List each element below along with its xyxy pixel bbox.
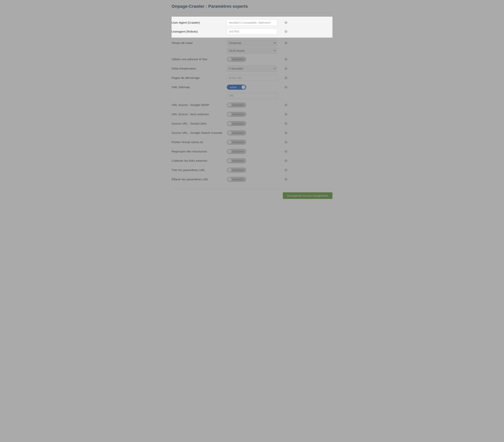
row-src-social: Source URL : Social-Likes Désactivé i <box>172 119 332 128</box>
row-src-gsc: Source URL : Google Search Console Désac… <box>172 128 332 137</box>
row-strip-url-params: Effacer les paramètres URL Désactivé i <box>172 175 332 184</box>
info-icon[interactable]: i <box>285 58 287 61</box>
row-virtual-robots: Fichier Virtual robots.txt Désactivé i <box>172 137 332 147</box>
save-button[interactable]: Sauvegarder tous les changements <box>283 192 332 199</box>
select-crawl-delay[interactable]: 0 Secondes <box>227 66 277 72</box>
toggle-strip-url-params[interactable]: Désactivé <box>227 177 246 182</box>
form-area: User-Agent (Crawler) i Useragent (Robots… <box>172 13 332 199</box>
select-crawl-hour[interactable]: 03:00 heures <box>227 48 277 54</box>
row-sort-url-params: Trier les paramètres URL Désactivé i <box>172 165 332 175</box>
row-src-ext-links: URL Source : liens externes Désactivé i <box>172 110 332 119</box>
label-xml-sitemap: XML-Sitemap <box>172 85 227 89</box>
toggle-src-gsc[interactable]: Désactivé <box>227 130 246 136</box>
info-icon[interactable]: i <box>285 122 287 125</box>
toggle-group-resources[interactable]: Désactivé <box>227 149 246 154</box>
info-icon[interactable]: i <box>285 77 287 79</box>
select-crawl-day[interactable]: Dimanche <box>227 40 277 46</box>
row-start-pages: Pages de démarrage i <box>172 73 332 83</box>
toggle-src-google-serp[interactable]: Désactivé <box>227 102 246 107</box>
label-sort-url-params: Trier les paramètres URL <box>172 168 227 172</box>
label-src-social: Source URL : Social-Likes <box>172 122 227 125</box>
info-icon[interactable]: i <box>285 67 287 70</box>
toggle-virtual-robots[interactable]: Désactivé <box>227 140 246 145</box>
highlight-strip: User-Agent (Crawler) i Useragent (Robots… <box>172 17 332 38</box>
settings-form: Onpage-Crawler : Paramètres experts User… <box>172 0 332 207</box>
label-start-pages: Pages de démarrage <box>172 76 227 80</box>
label-strip-url-params: Effacer les paramètres URL <box>172 178 227 181</box>
label-src-ext-links: URL Source : liens externes <box>172 113 227 116</box>
toggle-sort-url-params[interactable]: Désactivé <box>227 168 246 172</box>
row-user-agent-robots: Useragent (Robots) i <box>172 27 332 36</box>
label-fixed-ip: Utiliser une adresse IP fixe <box>172 57 227 61</box>
label-src-gsc: Source URL : Google Search Console <box>172 131 227 135</box>
info-icon[interactable]: i <box>285 30 287 33</box>
toggle-src-social[interactable]: Désactivé <box>227 121 246 126</box>
row-xml-sitemap: XML-Sitemap Activé i <box>172 83 332 92</box>
info-icon[interactable]: i <box>285 86 287 88</box>
row-user-agent-crawler: User-Agent (Crawler) i <box>172 18 332 27</box>
info-icon[interactable]: i <box>285 132 287 134</box>
info-icon[interactable]: i <box>285 159 287 162</box>
row-crawl-hour: . 03:00 heures <box>172 47 332 55</box>
info-icon[interactable]: i <box>285 104 287 106</box>
label-user-agent-crawler: User-Agent (Crawler) <box>172 21 227 24</box>
input-user-agent-crawler[interactable] <box>227 19 277 26</box>
info-icon[interactable]: i <box>285 178 287 181</box>
label-collect-ext-links: Collecter les links externes <box>172 159 227 163</box>
toggle-src-ext-links[interactable]: Désactivé <box>227 112 246 117</box>
row-xml-sitemap-url: . <box>172 91 332 100</box>
input-user-agent-robots[interactable] <box>227 29 277 35</box>
info-icon[interactable]: i <box>285 21 287 24</box>
row-collect-ext-links: Collecter les links externes Désactivé i <box>172 156 332 165</box>
label-crawl-time: Temps de crawl <box>172 41 227 45</box>
page-title: Onpage-Crawler : Paramètres experts <box>172 4 332 13</box>
row-group-resources: Regrouper des ressources Désactivé i <box>172 147 332 156</box>
info-icon[interactable]: i <box>285 150 287 153</box>
row-fixed-ip: Utiliser une adresse IP fixe Désactivé i <box>172 55 332 64</box>
info-icon[interactable]: i <box>285 141 287 144</box>
actions: Sauvegarder tous les changements <box>172 192 332 199</box>
toggle-collect-ext-links[interactable]: Désactivé <box>227 158 246 163</box>
label-src-google-serp: URL Source : Google-SERP <box>172 103 227 107</box>
label-group-resources: Regrouper des ressources <box>172 150 227 153</box>
input-start-pages[interactable] <box>227 75 277 81</box>
toggle-xml-sitemap[interactable]: Activé <box>227 85 246 90</box>
row-crawl-delay: Délai d'exploration 0 Secondes i <box>172 64 332 73</box>
info-icon[interactable]: i <box>285 42 287 44</box>
row-crawl-time: Temps de crawl Dimanche i <box>172 38 332 48</box>
toggle-fixed-ip[interactable]: Désactivé <box>227 57 246 62</box>
label-crawl-delay: Délai d'exploration <box>172 67 227 70</box>
label-virtual-robots: Fichier Virtual robots.txt <box>172 140 227 144</box>
info-icon[interactable]: i <box>285 113 287 116</box>
input-xml-sitemap-url[interactable] <box>227 93 277 99</box>
label-user-agent-robots: Useragent (Robots) <box>172 30 227 33</box>
row-src-google-serp: URL Source : Google-SERP Désactivé i <box>172 100 332 110</box>
info-icon[interactable]: i <box>285 169 287 171</box>
